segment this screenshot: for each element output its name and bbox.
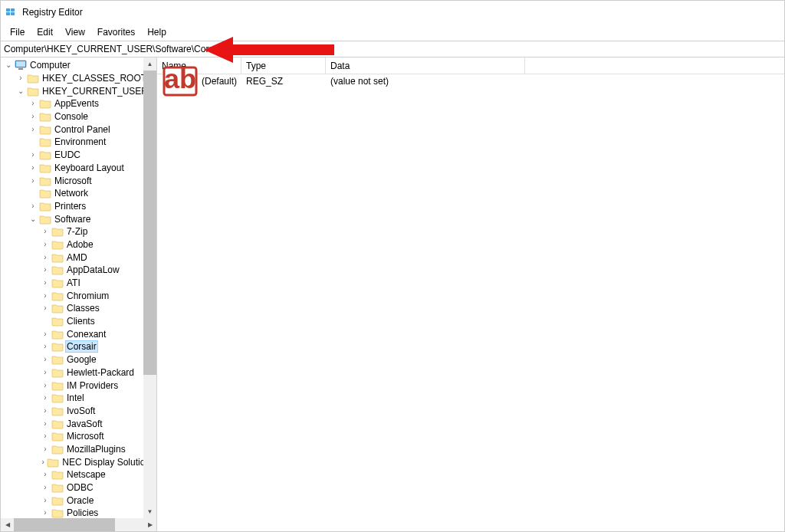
tree-node-label: Chromium [65,291,110,301]
chevron-right-icon[interactable]: › [41,458,45,466]
tree-node[interactable]: ›IM Providers [1,379,156,392]
chevron-right-icon[interactable]: › [41,382,50,389]
chevron-right-icon[interactable]: › [28,151,38,159]
chevron-right-icon[interactable]: › [41,394,50,402]
tree-node[interactable]: ›Chromium [1,289,156,302]
scroll-track[interactable] [14,518,143,531]
menu-file[interactable]: File [4,25,31,39]
chevron-right-icon[interactable]: › [41,266,50,274]
tree-node[interactable]: ›EUDC [1,149,156,162]
values-header: NameTypeData [157,57,784,74]
scroll-left-icon[interactable]: ◀ [1,518,14,531]
chevron-right-icon[interactable]: › [41,241,50,248]
column-header-data[interactable]: Data [326,57,525,74]
tree-node[interactable]: ›NEC Display Solutions [1,455,156,468]
registry-tree[interactable]: ⌄Computer›HKEY_CLASSES_ROOT⌄HKEY_CURRENT… [1,57,156,531]
scroll-up-icon[interactable]: ▲ [143,57,156,71]
chevron-right-icon[interactable]: › [41,420,50,428]
tree-node[interactable]: ›7-Zip [1,225,156,238]
menu-edit[interactable]: Edit [31,25,59,39]
tree-horizontal-scrollbar[interactable]: ◀ ▶ [1,518,156,531]
tree-node[interactable]: ›ATI [1,277,156,290]
chevron-right-icon[interactable]: › [28,164,38,172]
chevron-right-icon[interactable]: › [41,254,50,261]
tree-node[interactable]: ›Microsoft [1,174,156,187]
tree-node-label: Environment [53,136,107,147]
chevron-right-icon[interactable]: › [28,100,38,107]
tree-node[interactable]: ›Conexant [1,327,156,340]
tree-node-label: NEC Display Solutions [61,457,156,468]
tree-node-label: Keyboard Layout [53,163,126,173]
tree-node[interactable]: ›Microsoft [1,430,156,443]
tree-node[interactable]: ⌄Computer [1,59,156,72]
tree-node[interactable]: ›Clients [1,315,156,328]
tree-node[interactable]: ›Control Panel [1,123,156,136]
tree-node[interactable]: ›Corsair [1,340,156,353]
scroll-track[interactable] [143,71,156,505]
scroll-down-icon[interactable]: ▼ [143,505,156,518]
tree-vertical-scrollbar[interactable]: ▲ ▼ [143,57,156,518]
scroll-thumb[interactable] [14,518,115,531]
address-input[interactable] [1,41,784,57]
chevron-right-icon[interactable]: › [41,292,50,300]
tree-node[interactable]: ›Classes [1,302,156,315]
tree-node[interactable]: ›JavaSoft [1,417,156,430]
tree-node-label: HKEY_CURRENT_USER [41,86,149,97]
tree-node[interactable]: ›Keyboard Layout [1,162,156,175]
chevron-right-icon[interactable]: › [41,471,50,478]
tree-node[interactable]: ›Intel [1,392,156,405]
chevron-right-icon[interactable]: › [41,330,50,338]
main-split: ⌄Computer›HKEY_CLASSES_ROOT⌄HKEY_CURRENT… [1,57,784,531]
tree-node[interactable]: ›AMD [1,251,156,264]
chevron-right-icon[interactable]: › [41,497,50,504]
tree-node[interactable]: ›ODBC [1,481,156,494]
chevron-down-icon[interactable]: ⌄ [4,61,13,69]
chevron-right-icon[interactable]: › [28,177,38,185]
chevron-right-icon[interactable]: › [41,509,50,517]
tree-node-label: Microsoft [65,431,106,442]
tree-node[interactable]: ›AppEvents [1,97,156,110]
column-header-type[interactable]: Type [241,57,326,74]
tree-node[interactable]: ›IvoSoft [1,405,156,418]
tree-node[interactable]: ›Environment [1,136,156,149]
chevron-right-icon[interactable]: › [41,445,50,453]
tree-node[interactable]: ›Adobe [1,238,156,251]
tree-node-label: Netscape [65,469,107,480]
tree-node[interactable]: ›Netscape [1,468,156,481]
tree-node[interactable]: ›MozillaPlugins [1,443,156,456]
scroll-thumb[interactable] [143,71,156,375]
tree-node[interactable]: ⌄HKEY_CURRENT_USER [1,84,156,97]
chevron-down-icon[interactable]: ⌄ [28,215,38,223]
tree-node[interactable]: ›Network [1,187,156,200]
scroll-right-icon[interactable]: ▶ [143,518,156,531]
chevron-right-icon[interactable]: › [41,432,50,440]
chevron-right-icon[interactable]: › [16,74,25,82]
values-list[interactable]: ab(Default)REG_SZ(value not set) [157,74,784,531]
chevron-right-icon[interactable]: › [28,202,38,210]
menu-view[interactable]: View [59,25,91,39]
value-row[interactable]: ab(Default)REG_SZ(value not set) [157,74,784,88]
chevron-right-icon[interactable]: › [41,484,50,491]
chevron-right-icon[interactable]: › [41,407,50,415]
tree-node-label: Classes [65,303,101,314]
tree-node[interactable]: ›AppDataLow [1,264,156,277]
tree-node[interactable]: ⌄Software [1,212,156,225]
chevron-right-icon[interactable]: › [28,126,38,133]
chevron-right-icon[interactable]: › [41,356,50,363]
tree-node[interactable]: ›Google [1,353,156,366]
menu-help[interactable]: Help [141,25,172,39]
tree-node-label: Oracle [65,495,95,506]
chevron-right-icon[interactable]: › [28,113,38,120]
chevron-right-icon[interactable]: › [41,369,50,376]
chevron-right-icon[interactable]: › [41,228,50,235]
tree-node[interactable]: ›HKEY_CLASSES_ROOT [1,72,156,85]
chevron-right-icon[interactable]: › [41,279,50,287]
tree-node[interactable]: ›Printers [1,200,156,213]
chevron-right-icon[interactable]: › [41,304,50,312]
chevron-right-icon[interactable]: › [41,343,50,350]
menu-favorites[interactable]: Favorites [91,25,141,39]
tree-node[interactable]: ›Hewlett-Packard [1,366,156,379]
tree-node[interactable]: ›Console [1,110,156,123]
tree-node[interactable]: ›Oracle [1,494,156,507]
chevron-down-icon[interactable]: ⌄ [16,87,25,95]
